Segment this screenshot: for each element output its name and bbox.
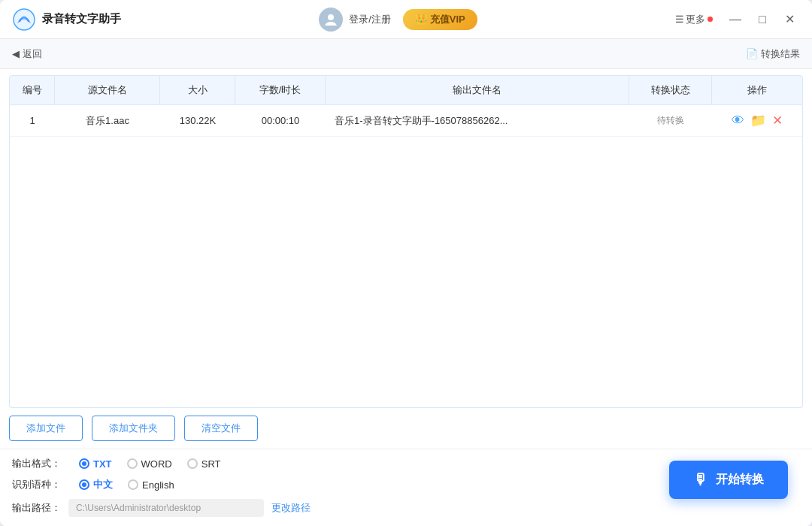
cell-id: 1 xyxy=(10,107,55,134)
minimize-button[interactable]: — xyxy=(725,9,746,30)
maximize-button[interactable]: □ xyxy=(752,9,773,30)
clear-files-button[interactable]: 清空文件 xyxy=(184,416,258,441)
format-txt-label: TXT xyxy=(93,458,112,470)
format-label: 输出格式： xyxy=(12,457,61,470)
lang-radio-group: 中文 English xyxy=(79,478,174,491)
close-button[interactable]: ✕ xyxy=(779,9,800,30)
add-folder-button[interactable]: 添加文件夹 xyxy=(92,416,175,441)
table-body: 1 音乐1.aac 130.22K 00:00:10 音乐1-录音转文字助手-1… xyxy=(9,105,803,408)
lang-chinese-label: 中文 xyxy=(93,478,113,491)
login-label: 登录/注册 xyxy=(349,13,391,26)
back-button[interactable]: ◀ 返回 xyxy=(12,47,42,61)
cell-actions: 👁 📁 ✕ xyxy=(712,105,802,136)
lang-chinese[interactable]: 中文 xyxy=(79,478,113,491)
file-icon: 📄 xyxy=(746,48,758,59)
format-word[interactable]: WORD xyxy=(127,458,172,470)
cell-status: 待转换 xyxy=(629,107,712,135)
more-button[interactable]: ☰ 更多 xyxy=(675,13,713,26)
format-txt[interactable]: TXT xyxy=(79,458,112,470)
lang-english-label: English xyxy=(142,479,174,491)
col-header-action: 操作 xyxy=(712,76,802,104)
vip-label: 充值VIP xyxy=(430,13,465,26)
lang-label: 识别语种： xyxy=(12,478,61,491)
svg-point-0 xyxy=(14,9,35,30)
avatar xyxy=(319,8,343,32)
toolbar: ◀ 返回 📄 转换结果 xyxy=(0,39,812,69)
back-label: 返回 xyxy=(23,47,42,61)
start-label: 开始转换 xyxy=(716,472,764,488)
remove-icon[interactable]: ✕ xyxy=(772,113,783,128)
lang-english[interactable]: English xyxy=(128,479,174,491)
titlebar: 录音转文字助手 登录/注册 👑 充值VIP ☰ 更多 — □ ✕ xyxy=(0,0,812,39)
back-arrow-icon: ◀ xyxy=(12,48,20,59)
status-badge: 待转换 xyxy=(657,115,684,125)
output-path-row: 输出路径： 更改路径 xyxy=(12,499,800,517)
table-row: 1 音乐1.aac 130.22K 00:00:10 音乐1-录音转文字助手-1… xyxy=(10,105,802,137)
notification-dot xyxy=(707,17,713,22)
col-header-size: 大小 xyxy=(160,76,235,104)
radio-chinese-dot xyxy=(79,479,89,490)
menu-icon: ☰ xyxy=(675,14,684,25)
more-label: 更多 xyxy=(686,13,705,26)
start-convert-button[interactable]: 🎙 开始转换 xyxy=(669,461,788,499)
format-radio-group: TXT WORD SRT xyxy=(79,458,221,470)
convert-result-label: 转换结果 xyxy=(761,47,800,61)
svg-point-1 xyxy=(328,14,334,20)
radio-english-dot xyxy=(128,479,138,490)
change-path-button[interactable]: 更改路径 xyxy=(271,501,311,515)
preview-icon[interactable]: 👁 xyxy=(732,113,744,128)
table-header: 编号 源文件名 大小 字数/时长 输出文件名 转换状态 操作 xyxy=(9,75,803,105)
path-label: 输出路径： xyxy=(12,501,61,515)
folder-icon[interactable]: 📁 xyxy=(750,113,766,128)
cell-duration: 00:00:10 xyxy=(235,107,326,134)
col-header-source: 源文件名 xyxy=(55,76,160,104)
format-srt[interactable]: SRT xyxy=(187,458,221,470)
titlebar-right: ☰ 更多 — □ ✕ xyxy=(675,9,800,30)
action-buttons: 👁 📁 ✕ xyxy=(718,113,796,128)
vip-button[interactable]: 👑 充值VIP xyxy=(403,9,477,30)
add-file-button[interactable]: 添加文件 xyxy=(9,416,83,441)
wave-icon: 🎙 xyxy=(693,471,708,488)
col-header-duration: 字数/时长 xyxy=(235,76,326,104)
convert-result-button[interactable]: 📄 转换结果 xyxy=(746,47,800,61)
format-srt-label: SRT xyxy=(201,458,221,470)
file-buttons-area: 添加文件 添加文件夹 清空文件 xyxy=(0,408,812,449)
path-input[interactable] xyxy=(68,499,264,517)
app-logo-icon xyxy=(12,8,36,32)
login-button[interactable]: 登录/注册 xyxy=(319,8,391,32)
cell-output-name: 音乐1-录音转文字助手-165078856262... xyxy=(326,107,629,135)
radio-srt-dot xyxy=(187,458,198,469)
radio-word-dot xyxy=(127,458,138,469)
col-header-id: 编号 xyxy=(10,76,55,104)
app-logo: 录音转文字助手 xyxy=(12,8,121,32)
table-area: 编号 源文件名 大小 字数/时长 输出文件名 转换状态 操作 1 音乐1.aac… xyxy=(9,69,803,408)
format-word-label: WORD xyxy=(141,458,172,470)
radio-txt-dot xyxy=(79,458,89,469)
start-button-area: 🎙 开始转换 xyxy=(669,461,788,499)
col-header-status: 转换状态 xyxy=(629,76,712,104)
cell-size: 130.22K xyxy=(160,107,235,134)
titlebar-center: 登录/注册 👑 充值VIP xyxy=(121,8,675,32)
col-header-output: 输出文件名 xyxy=(326,76,629,104)
crown-icon: 👑 xyxy=(415,14,427,25)
app-title: 录音转文字助手 xyxy=(42,12,121,26)
cell-source-name: 音乐1.aac xyxy=(55,107,160,135)
